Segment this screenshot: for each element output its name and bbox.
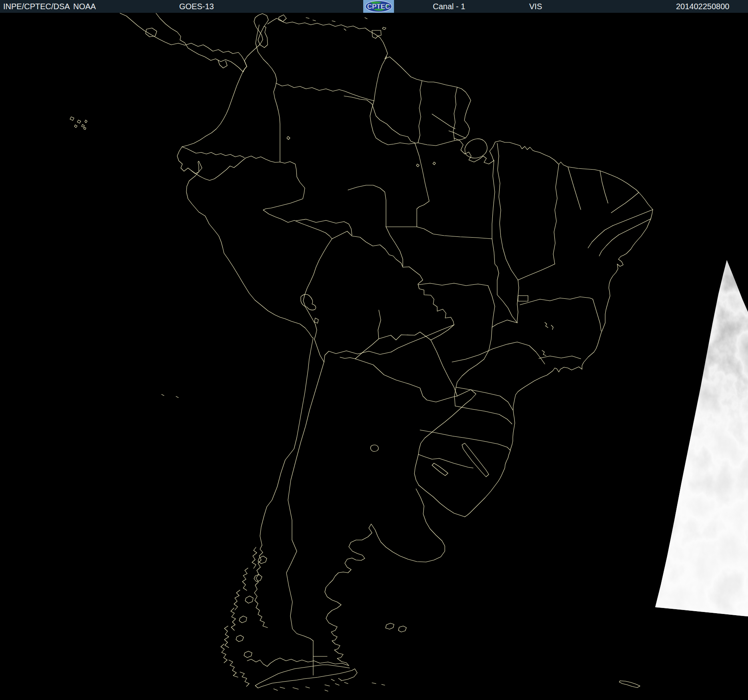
state-tocantins-west [492, 160, 517, 323]
logo-text: CPTEC [367, 3, 390, 10]
minas-river-marks [542, 322, 553, 356]
rio-de-la-plata-north-shore [419, 485, 465, 517]
border-bolivia-paraguay [391, 325, 454, 352]
border-chile-bolivia [314, 339, 324, 362]
azuero-peninsula [218, 60, 227, 68]
south-georgia [619, 681, 640, 688]
cloud-wedge [655, 260, 748, 616]
border-bolivia-argentina [324, 351, 391, 362]
state-minas-rio [539, 356, 581, 359]
border-peru-brazil [263, 210, 332, 239]
border-colombia-brazil [263, 162, 305, 210]
border-chile-argentina [286, 362, 324, 641]
fjord-squiggle-1 [252, 547, 257, 568]
state-minas-espiritosanto [593, 299, 601, 331]
cape-horn-islets [274, 684, 339, 691]
timestamp-label: 201402250800 [676, 0, 729, 13]
fjord-island-6 [244, 651, 252, 658]
border-peru-bolivia [303, 239, 332, 339]
marajo-island [465, 139, 487, 158]
fjord-island-4 [239, 616, 247, 623]
state-saopaulo-parana [456, 387, 513, 410]
coast-colombia-caribbean [244, 14, 268, 61]
tobago-island [382, 27, 386, 30]
state-tocantins-bahia [501, 237, 518, 280]
falkland-west [386, 623, 394, 629]
border-guyana-suriname [418, 81, 422, 143]
fjord-island-3 [245, 596, 253, 603]
coast-argentina-patagonia [325, 489, 445, 666]
trinidad-island [372, 30, 381, 38]
agency-label: NOAA [73, 0, 96, 13]
state-paraiba-pernambuco [613, 210, 653, 226]
fjord-squiggle-8 [240, 672, 249, 686]
org-label: INPE/CPTEC/DSA [3, 0, 70, 13]
border-pilcomayo [340, 357, 355, 359]
fjord-squiggle-3 [234, 590, 240, 610]
state-goias-minas [492, 320, 517, 327]
state-matogrosso-north [386, 227, 492, 239]
border-venezuela-brazil [276, 83, 374, 101]
fjord-squiggle-2 [242, 568, 248, 590]
tierra-del-fuego [255, 665, 357, 688]
coast-central-america-pacific [156, 13, 247, 72]
coast-venezuela-guianas [268, 18, 471, 138]
satellite-label: GOES-13 [179, 0, 214, 13]
lake-maracaibo [258, 26, 268, 48]
state-rondonia-matogrosso [386, 227, 403, 266]
galapagos-islands [70, 117, 87, 130]
paraguana-peninsula [279, 15, 286, 22]
chiloe-island [258, 556, 267, 564]
falkland-east [398, 626, 406, 632]
border-venezuela-guyana [374, 56, 387, 101]
state-ceara-east [600, 171, 608, 203]
distrito-federal [518, 296, 528, 301]
state-parana-santacatarina [455, 406, 512, 424]
border-brazil-north [400, 138, 465, 146]
fjord-island-5 [236, 635, 244, 642]
state-rondonia-amazonas [348, 185, 386, 227]
state-piaui-ceara [568, 167, 581, 210]
state-amapa-para [432, 114, 455, 129]
band-label: VIS [529, 0, 542, 13]
lake-mar-chiquita [370, 445, 378, 451]
state-pernambuco-bahia [588, 226, 613, 248]
fjord-squiggle-5 [224, 626, 229, 648]
state-maranhao-piaui [553, 165, 559, 264]
state-ms-sp-parana-river [456, 328, 492, 387]
lake-titicaca [301, 294, 316, 310]
border-panama-colombia [243, 61, 247, 72]
lagoa-mirim [432, 463, 448, 476]
fjord-squiggle-6 [221, 644, 227, 663]
amazon-speck-1 [416, 164, 419, 167]
amazon-speck-2 [433, 162, 436, 165]
border-paraguay-brazil-south [431, 340, 457, 396]
map-canvas [0, 13, 748, 700]
cptec-logo: CPTEC [363, 0, 394, 13]
amazon-speck-3 [287, 136, 290, 140]
state-matogrosso-ms [418, 283, 488, 286]
cloud-wedge-highlight [655, 260, 748, 616]
border-uruguay-brazil [418, 454, 473, 468]
state-rn-paraiba [611, 192, 639, 213]
border-suriname-guiana [453, 87, 457, 140]
coast-central-america-caribbean [120, 13, 247, 69]
border-apa [379, 332, 431, 340]
border-ecuador-peru [192, 158, 246, 180]
state-goias-ms [488, 286, 495, 328]
wollaston-marks [331, 678, 385, 685]
coast-magellan-mainland [247, 658, 349, 666]
san-felix-islands [162, 394, 178, 398]
state-minas-saopaulo [452, 342, 545, 364]
state-para-maranhao [497, 143, 501, 237]
state-bahia-minas [520, 297, 593, 305]
border-paraguay-brazil-river [431, 325, 454, 340]
lake-poopo [314, 318, 318, 323]
state-amazonas-para [415, 143, 429, 227]
state-alagoas-sergipe-bahia [599, 235, 619, 256]
coast-southeast-brazil [465, 367, 582, 517]
state-roraima-amazonas [344, 96, 415, 143]
fjord-squiggle-7 [229, 660, 238, 677]
border-bolivia-brazil [332, 231, 454, 325]
border-argentina-paraguay [355, 359, 457, 402]
